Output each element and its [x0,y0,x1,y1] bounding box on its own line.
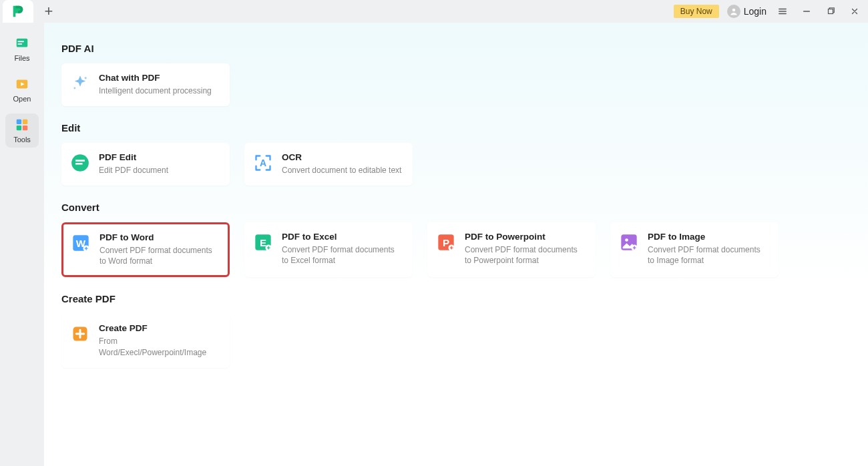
body-wrap: Files Open Tools PDF AI [0,23,868,466]
section-title-pdf-ai: PDF AI [61,43,852,54]
sparkle-icon [71,74,89,93]
tools-icon [15,118,29,132]
maximize-button[interactable] [823,3,839,19]
card-desc: Convert PDF format documents to Word for… [99,245,220,268]
svg-rect-15 [75,163,83,165]
svg-rect-4 [18,43,22,45]
row-pdf-ai: Chat with PDF Intelligent document proce… [61,63,852,106]
svg-rect-10 [23,126,27,130]
svg-text:P: P [443,236,449,248]
create-pdf-icon [71,324,89,343]
card-text: Create PDF From Word/Execl/Powerpoint/Im… [99,323,220,359]
image-icon [620,233,638,252]
sidebar-item-label: Files [14,54,29,62]
card-title: PDF to Excel [282,232,403,242]
card-desc: Convert PDF format documents to Image fo… [648,244,769,267]
powerpoint-icon: P [437,233,455,252]
svg-point-0 [732,9,734,11]
ocr-icon: A [254,154,272,172]
card-title: PDF to Image [648,232,769,242]
svg-rect-2 [17,39,28,47]
close-button[interactable] [847,3,863,19]
card-pdf-to-excel[interactable]: E PDF to Excel Convert PDF format docume… [244,222,413,278]
pdf-edit-icon [71,154,89,172]
card-title: PDF Edit [99,152,168,162]
titlebar: + Buy Now Login [0,0,868,23]
svg-point-11 [85,77,87,79]
hamburger-menu-icon[interactable] [775,3,791,19]
sidebar-item-tools[interactable]: Tools [5,113,39,148]
avatar-icon [727,5,740,18]
svg-rect-7 [17,120,21,124]
card-title: Chat with PDF [99,73,212,83]
card-desc: Intelligent document processing [99,85,212,97]
sidebar-item-label: Open [13,95,31,103]
card-pdf-to-powerpoint[interactable]: P PDF to Powerpoint Convert PDF format d… [427,222,596,278]
card-title: Create PDF [99,323,220,333]
sidebar-item-label: Tools [13,136,31,144]
card-desc: From Word/Execl/Powerpoint/Image [99,336,220,359]
sidebar-item-files[interactable]: Files [5,32,39,66]
card-title: OCR [282,152,401,162]
svg-rect-3 [18,41,24,42]
tabs-left: + [0,0,59,23]
svg-text:A: A [260,157,266,168]
card-pdf-to-word[interactable]: W PDF to Word Convert PDF format documen… [61,222,230,278]
svg-rect-1 [829,9,833,14]
word-icon: W [71,234,90,252]
card-text: PDF Edit Edit PDF document [99,152,168,176]
card-desc: Convert PDF format documents to Excel fo… [282,244,403,267]
svg-text:E: E [260,236,266,248]
open-icon [15,77,29,91]
svg-point-27 [625,238,628,242]
card-title: PDF to Word [99,232,220,242]
main-content: PDF AI Chat with PDF Intelligent documen… [44,23,868,466]
section-title-create: Create PDF [61,293,852,304]
section-title-convert: Convert [61,202,852,213]
excel-icon: E [254,233,272,252]
row-convert: W PDF to Word Convert PDF format documen… [61,222,852,278]
login-button[interactable]: Login [727,5,767,18]
card-text: PDF to Word Convert PDF format documents… [99,232,220,268]
svg-rect-8 [23,120,27,124]
buy-now-button[interactable]: Buy Now [674,5,719,18]
app-logo-icon [11,4,25,19]
row-edit: PDF Edit Edit PDF document A OCR Convert… [61,143,852,186]
app-tab[interactable] [3,0,33,23]
card-text: Chat with PDF Intelligent document proce… [99,73,212,97]
card-desc: Convert document to editable text [282,165,401,176]
card-desc: Edit PDF document [99,165,168,176]
card-text: PDF to Powerpoint Convert PDF format doc… [465,232,586,268]
svg-rect-14 [75,160,85,162]
card-desc: Convert PDF format documents to Powerpoi… [465,244,586,267]
card-create-pdf[interactable]: Create PDF From Word/Execl/Powerpoint/Im… [61,314,230,368]
new-tab-button[interactable]: + [39,1,59,21]
card-text: PDF to Image Convert PDF format document… [648,232,769,268]
sidebar-item-open[interactable]: Open [5,73,39,107]
section-title-edit: Edit [61,122,852,134]
card-chat-with-pdf[interactable]: Chat with PDF Intelligent document proce… [61,63,230,106]
card-ocr[interactable]: A OCR Convert document to editable text [244,143,413,186]
minimize-button[interactable] [799,3,815,19]
card-text: OCR Convert document to editable text [282,152,401,176]
sidebar: Files Open Tools [0,23,44,466]
card-pdf-edit[interactable]: PDF Edit Edit PDF document [61,143,230,186]
login-label: Login [744,6,767,17]
svg-point-12 [73,87,75,89]
titlebar-right: Buy Now Login [674,3,863,19]
row-create: Create PDF From Word/Execl/Powerpoint/Im… [61,314,852,368]
card-title: PDF to Powerpoint [465,232,586,242]
files-icon [15,36,29,51]
card-pdf-to-image[interactable]: PDF to Image Convert PDF format document… [610,222,779,278]
card-text: PDF to Excel Convert PDF format document… [282,232,403,268]
svg-rect-9 [17,126,21,130]
